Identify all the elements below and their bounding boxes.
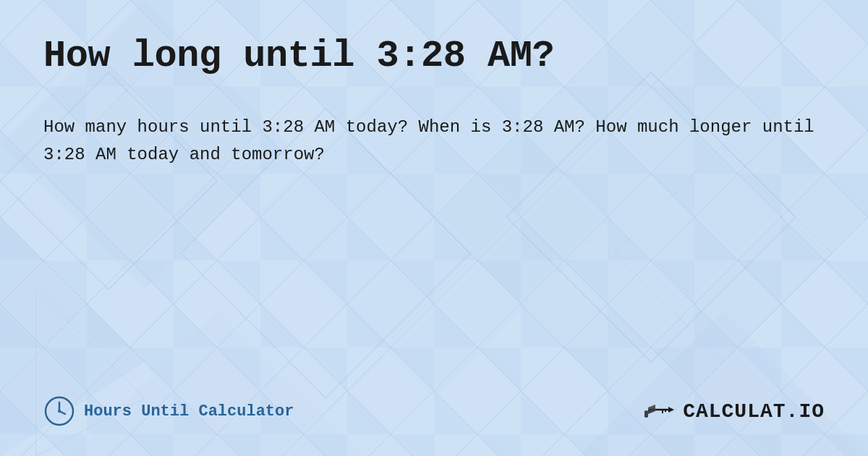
page-title: How long until 3:28 AM? <box>43 35 825 77</box>
logo-icon <box>641 397 677 426</box>
svg-marker-26 <box>668 407 674 413</box>
description-text: How many hours until 3:28 AM today? When… <box>43 114 825 169</box>
clock-icon <box>43 395 75 427</box>
logo-right: CALCULAT.IO <box>641 397 825 426</box>
footer: Hours Until Calculator CALCULAT.IO <box>43 381 825 427</box>
svg-point-24 <box>58 410 61 413</box>
brand-left: Hours Until Calculator <box>43 395 294 427</box>
brand-text: Hours Until Calculator <box>84 402 294 421</box>
logo-text: CALCULAT.IO <box>683 400 825 423</box>
